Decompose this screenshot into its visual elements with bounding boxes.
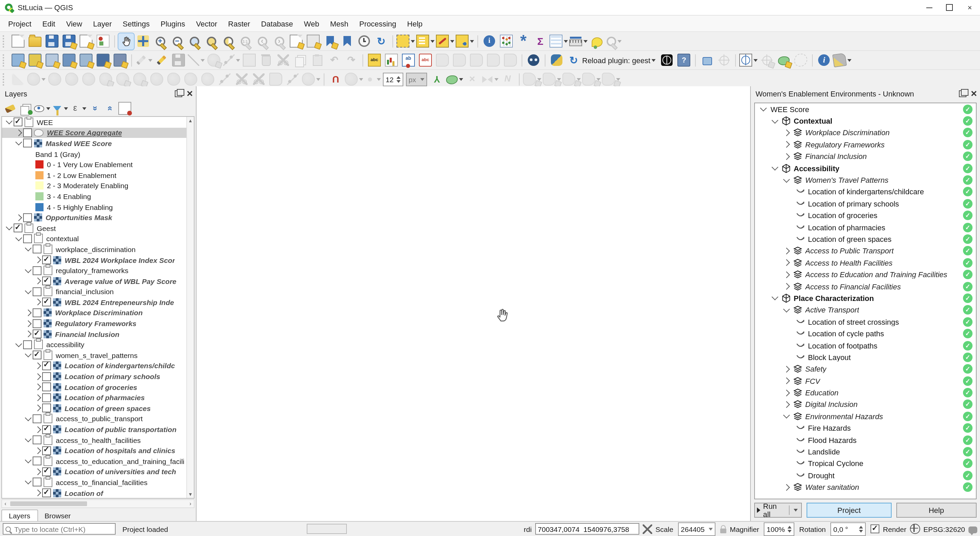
reshape-features-icon[interactable] (166, 71, 181, 87)
expander-icon[interactable] (24, 438, 33, 442)
layer-label[interactable]: Location of pharmacies (65, 393, 145, 401)
expander-icon[interactable] (14, 236, 23, 241)
close-panel-icon[interactable]: ✕ (186, 90, 193, 97)
tree-item-access-to-health-facilities[interactable]: Access to Health Facilities (755, 257, 976, 269)
rotate-feature-icon[interactable] (47, 71, 62, 87)
dropdown-arrow-icon[interactable] (557, 78, 561, 81)
layer-label[interactable]: accessibility (46, 341, 84, 349)
delete-selected-icon[interactable] (258, 52, 274, 68)
tree-item-tropical-cyclone[interactable]: Tropical Cyclone (755, 458, 976, 469)
layer-checkbox[interactable] (33, 287, 41, 296)
dropdown-arrow-icon[interactable] (450, 40, 454, 43)
messages-icon[interactable] (969, 526, 977, 533)
python-console-icon[interactable] (549, 52, 565, 68)
dropdown-arrow-icon[interactable] (82, 107, 86, 110)
manage-map-themes-icon[interactable] (33, 101, 50, 115)
advanced-digitizing-icon[interactable] (10, 71, 26, 87)
expander-icon[interactable] (782, 130, 791, 135)
draw-rectangle-icon[interactable] (582, 71, 600, 87)
layer-label[interactable]: access_to_financial_facilities (56, 478, 148, 487)
dropdown-arrow-icon[interactable] (584, 40, 588, 43)
change-label-icon[interactable] (485, 52, 501, 68)
expander-icon[interactable] (33, 257, 42, 262)
locate-search[interactable] (3, 523, 116, 534)
expander-icon[interactable] (770, 166, 780, 171)
magnifier-spin[interactable]: 100% (764, 522, 795, 536)
layer-row-women-s-travel-patterns[interactable]: women_s_travel_patterns (2, 350, 187, 360)
freehand-digitize-icon[interactable] (793, 52, 809, 68)
layer-diagram-icon[interactable] (383, 52, 399, 68)
expander-icon[interactable] (33, 374, 42, 379)
expander-icon[interactable] (24, 331, 33, 336)
run-all-button[interactable]: Run all (754, 503, 802, 518)
add-line-feature-icon[interactable] (188, 52, 205, 68)
temporal-controller-icon[interactable] (356, 33, 372, 49)
color-swatch[interactable] (35, 171, 43, 179)
layer-checkbox[interactable] (23, 139, 32, 148)
layer-checkbox[interactable] (42, 393, 51, 402)
tree-item-location-of-kindergartens-childcare[interactable]: Location of kindergartens/childcare (755, 186, 976, 198)
expand-all-icon[interactable] (88, 101, 101, 115)
tree-item-regulatory-frameworks[interactable]: Regulatory Frameworks (755, 139, 976, 151)
select-by-value-icon[interactable] (416, 33, 434, 49)
menu-processing[interactable]: Processing (354, 17, 402, 30)
layer-row-location-of-public-transportation[interactable]: Location of public transportation (2, 424, 187, 435)
layer-row-location-of-groceries[interactable]: Location of groceries (2, 382, 187, 392)
layer-row-band-1-gray[interactable]: Band 1 (Gray) (2, 149, 187, 159)
layer-checkbox[interactable] (33, 478, 41, 487)
save-project-as-icon[interactable] (61, 33, 77, 49)
layer-row-regulatory-frameworks[interactable]: regulatory_frameworks (2, 265, 187, 276)
close-panel-icon[interactable]: ✕ (970, 90, 977, 97)
topological-editing-icon[interactable] (429, 71, 445, 87)
zoom-to-layer-icon[interactable] (220, 33, 236, 49)
expander-icon[interactable] (24, 247, 33, 252)
layer-styling-icon[interactable] (3, 101, 17, 115)
layer-label[interactable]: Location of (65, 489, 103, 497)
layer-checkbox[interactable] (42, 468, 51, 476)
layer-row-contextual[interactable]: contextual (2, 233, 187, 244)
expander-icon[interactable] (33, 279, 42, 283)
new-memory-layer-icon[interactable] (78, 52, 94, 68)
tracing-icon[interactable] (446, 71, 463, 87)
expander-icon[interactable] (782, 178, 791, 182)
expander-icon[interactable] (782, 402, 791, 407)
layer-checkbox[interactable] (42, 425, 51, 434)
pan-map-icon[interactable] (118, 33, 134, 49)
expander-icon[interactable] (782, 378, 791, 383)
current-edits-icon[interactable] (135, 52, 152, 68)
spin-up-icon[interactable] (396, 76, 400, 78)
layer-row-0-1-very-low-enablement[interactable]: 0 - 1 Very Low Enablement (2, 159, 187, 170)
tree-item-fire-hazards[interactable]: Fire Hazards (755, 422, 976, 434)
menu-project[interactable]: Project (3, 17, 37, 30)
layer-row-location-of-pharmacies[interactable]: Location of pharmacies (2, 392, 187, 403)
expander-icon[interactable] (24, 311, 33, 315)
dropdown-arrow-icon[interactable] (46, 107, 50, 110)
paste-features-icon[interactable] (309, 52, 325, 68)
new-virtual-layer-icon[interactable] (112, 52, 128, 68)
layer-label[interactable]: WBL 2024 Workplace Index Scor (65, 256, 175, 264)
crs-label[interactable]: EPSG:32620 (923, 525, 965, 533)
scale-combo[interactable]: 264405 (678, 522, 716, 536)
layer-label[interactable]: workplace_discrimination (56, 245, 136, 254)
color-swatch[interactable] (35, 160, 43, 168)
expander-icon[interactable] (782, 249, 791, 254)
expander-icon[interactable] (33, 469, 42, 474)
expander-icon[interactable] (5, 225, 14, 230)
snapping-mode-icon[interactable] (345, 71, 363, 87)
offset-curve-icon[interactable] (183, 71, 199, 87)
expander-icon[interactable] (24, 289, 33, 294)
menu-raster[interactable]: Raster (223, 17, 256, 30)
measure-line-icon[interactable] (569, 33, 588, 49)
draw-circle-icon[interactable] (543, 71, 561, 87)
layers-vertical-scrollbar[interactable]: ▲ ▼ (186, 117, 194, 498)
layer-row-workplace-discrimination[interactable]: workplace_discrimination (2, 244, 187, 254)
spin-up-icon[interactable] (859, 525, 863, 528)
menu-plugins[interactable]: Plugins (155, 17, 191, 30)
expander-icon[interactable] (782, 142, 791, 147)
draw-ellipse-icon[interactable] (562, 71, 581, 87)
pan-to-selection-icon[interactable] (135, 33, 151, 49)
merge-attributes-icon[interactable] (251, 71, 267, 87)
add-ring-icon[interactable] (81, 71, 97, 87)
expander-icon[interactable] (24, 459, 33, 464)
layer-row-opportunities-mask[interactable]: Opportunities Mask (2, 212, 187, 223)
